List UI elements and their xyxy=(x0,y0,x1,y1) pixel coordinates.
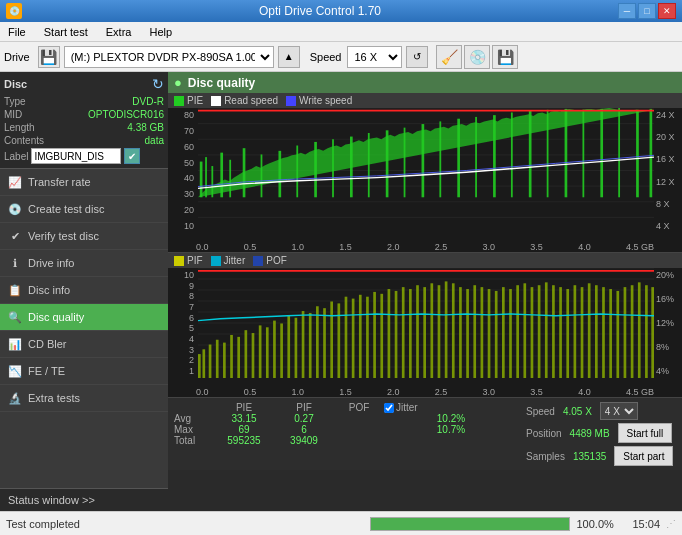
menu-file[interactable]: File xyxy=(4,24,30,40)
svg-rect-92 xyxy=(509,289,512,378)
legend-read-speed-label: Read speed xyxy=(224,95,278,106)
x-label: 2.5 xyxy=(435,242,448,252)
y-label-r: 4% xyxy=(656,366,680,376)
svg-rect-68 xyxy=(337,303,340,378)
svg-rect-27 xyxy=(493,115,496,197)
x-label: 1.0 xyxy=(292,387,305,397)
y-label: 70 xyxy=(170,126,194,136)
disc-label-input[interactable] xyxy=(31,148,121,164)
speed-label-stat: Speed xyxy=(526,406,555,417)
svg-rect-85 xyxy=(459,287,462,378)
menu-bar: File Start test Extra Help xyxy=(0,22,682,42)
position-value: 4489 MB xyxy=(570,428,610,439)
max-pof xyxy=(334,424,384,435)
svg-rect-60 xyxy=(280,323,283,378)
svg-rect-79 xyxy=(416,285,419,378)
x-label: 2.5 xyxy=(435,387,448,397)
legend-pof-label: POF xyxy=(266,255,287,266)
svg-rect-22 xyxy=(404,128,406,198)
sidebar-item-create-test-disc[interactable]: 💿 Create test disc xyxy=(0,196,168,223)
start-full-button[interactable]: Start full xyxy=(618,423,673,443)
menu-start-test[interactable]: Start test xyxy=(40,24,92,40)
disc-title: Disc xyxy=(4,78,27,90)
erase-button[interactable]: 🧹 xyxy=(436,45,462,69)
legend-pif-label: PIF xyxy=(187,255,203,266)
minimize-button[interactable]: ─ xyxy=(618,3,636,19)
svg-rect-80 xyxy=(423,287,426,378)
status-window-button[interactable]: Status window >> xyxy=(0,488,168,511)
svg-rect-101 xyxy=(574,285,577,378)
sidebar: Disc ↻ Type DVD-R MID OPTODISCR016 Lengt… xyxy=(0,72,168,511)
disc-label-confirm-button[interactable]: ✔ xyxy=(124,148,140,164)
drive-eject-button[interactable]: ▲ xyxy=(278,46,300,68)
sidebar-item-drive-info[interactable]: ℹ Drive info xyxy=(0,250,168,277)
chart2-svg xyxy=(198,268,654,378)
sidebar-item-fe-te[interactable]: 📉 FE / TE xyxy=(0,358,168,385)
svg-rect-9 xyxy=(205,157,207,197)
svg-rect-109 xyxy=(631,285,634,378)
jitter-checkbox[interactable] xyxy=(384,403,394,413)
y-label: 50 xyxy=(170,158,194,168)
x-speed-select[interactable]: 4 X xyxy=(600,402,638,420)
content-title: Disc quality xyxy=(188,76,255,90)
sidebar-item-disc-quality[interactable]: 🔍 Disc quality xyxy=(0,304,168,331)
close-button[interactable]: ✕ xyxy=(658,3,676,19)
progress-percent: 100.0% xyxy=(576,518,626,530)
y-label-r: 8 X xyxy=(656,199,680,209)
sidebar-item-label: Create test disc xyxy=(28,203,104,215)
sidebar-item-transfer-rate[interactable]: 📈 Transfer rate xyxy=(0,169,168,196)
sidebar-item-cd-bler[interactable]: 📊 CD Bler xyxy=(0,331,168,358)
app-icon: 💿 xyxy=(6,3,22,19)
disc-refresh-icon[interactable]: ↻ xyxy=(152,76,164,92)
stats-area: PIE PIF POF Jitter Avg 33.15 0.27 10.2 xyxy=(168,398,682,470)
svg-rect-77 xyxy=(402,287,405,378)
svg-rect-87 xyxy=(473,285,476,378)
drive-select[interactable]: (M:) PLEXTOR DVDR PX-890SA 1.00 xyxy=(64,46,274,68)
burn-button[interactable]: 💿 xyxy=(464,45,490,69)
svg-rect-35 xyxy=(636,110,639,197)
window-controls: ─ □ ✕ xyxy=(618,3,676,19)
speed-apply-button[interactable]: ↺ xyxy=(406,46,428,68)
maximize-button[interactable]: □ xyxy=(638,3,656,19)
svg-rect-76 xyxy=(395,291,398,378)
start-part-button[interactable]: Start part xyxy=(614,446,673,466)
y-label: 6 xyxy=(170,313,194,323)
drive-info-icon: ℹ xyxy=(8,256,22,270)
x-label: 4.0 xyxy=(578,387,591,397)
legend-pie-label: PIE xyxy=(187,95,203,106)
svg-rect-14 xyxy=(261,154,263,197)
legend-pif: PIF xyxy=(174,255,203,266)
svg-rect-33 xyxy=(600,109,603,197)
menu-extra[interactable]: Extra xyxy=(102,24,136,40)
save-button[interactable]: 💾 xyxy=(492,45,518,69)
sidebar-item-verify-test-disc[interactable]: ✔ Verify test disc xyxy=(0,223,168,250)
y-label: 60 xyxy=(170,142,194,152)
resize-grip-icon[interactable]: ⋰ xyxy=(666,518,676,529)
svg-rect-49 xyxy=(202,349,205,378)
svg-rect-66 xyxy=(323,308,326,378)
svg-rect-82 xyxy=(438,285,441,378)
x-label: 3.5 xyxy=(530,387,543,397)
svg-rect-58 xyxy=(266,327,269,378)
sidebar-item-extra-tests[interactable]: 🔬 Extra tests xyxy=(0,385,168,412)
svg-rect-55 xyxy=(244,330,247,378)
y-label-r: 24 X xyxy=(656,110,680,120)
svg-rect-72 xyxy=(366,297,369,378)
svg-rect-62 xyxy=(295,318,298,378)
speed-select[interactable]: 16 X xyxy=(347,46,402,68)
position-label: Position xyxy=(526,428,562,439)
menu-help[interactable]: Help xyxy=(145,24,176,40)
transfer-rate-icon: 📈 xyxy=(8,175,22,189)
svg-rect-36 xyxy=(650,109,653,197)
avg-pif: 0.27 xyxy=(274,413,334,424)
svg-rect-15 xyxy=(278,151,281,197)
sidebar-item-disc-info[interactable]: 📋 Disc info xyxy=(0,277,168,304)
sidebar-item-label: Disc info xyxy=(28,284,70,296)
status-text: Test completed xyxy=(6,518,364,530)
disc-label-row: Label ✔ xyxy=(4,148,164,164)
svg-rect-78 xyxy=(409,289,412,378)
cd-bler-icon: 📊 xyxy=(8,337,22,351)
svg-rect-95 xyxy=(531,287,534,378)
progress-bar-container xyxy=(370,517,570,531)
svg-rect-111 xyxy=(645,285,648,378)
